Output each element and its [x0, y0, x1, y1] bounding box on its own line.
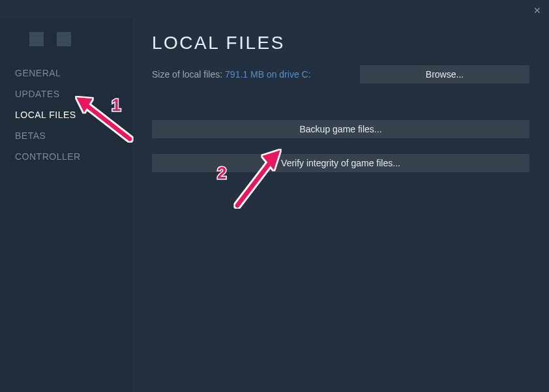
- annotation-step-2: 2: [217, 163, 226, 183]
- sidebar-item-controller[interactable]: CONTROLLER: [0, 146, 132, 167]
- browse-button[interactable]: Browse...: [360, 65, 529, 83]
- sidebar-header: [0, 25, 132, 53]
- placeholder-icon: [29, 32, 44, 46]
- annotation-step-1: 1: [111, 95, 121, 115]
- size-label: Size of local files:: [152, 69, 225, 80]
- sidebar-item-betas[interactable]: BETAS: [0, 125, 132, 146]
- verify-button[interactable]: Verify integrity of game files...: [152, 154, 529, 172]
- backup-button[interactable]: Backup game files...: [152, 120, 529, 138]
- size-row: Size of local files: 791.1 MB on drive C…: [152, 65, 529, 83]
- close-icon[interactable]: ✕: [533, 5, 541, 16]
- placeholder-icon: [57, 32, 71, 46]
- size-info: Size of local files: 791.1 MB on drive C…: [152, 68, 311, 80]
- page-title: LOCAL FILES: [152, 33, 529, 53]
- properties-window: ✕ GENERAL UPDATES LOCAL FILES BETAS CONT…: [0, 0, 549, 392]
- sidebar: GENERAL UPDATES LOCAL FILES BETAS CONTRO…: [0, 18, 132, 392]
- main-panel: LOCAL FILES Size of local files: 791.1 M…: [132, 18, 549, 392]
- titlebar: ✕: [0, 0, 549, 18]
- content-area: GENERAL UPDATES LOCAL FILES BETAS CONTRO…: [0, 18, 549, 392]
- sidebar-item-general[interactable]: GENERAL: [0, 63, 132, 83]
- size-value: 791.1 MB on drive C:: [225, 69, 311, 80]
